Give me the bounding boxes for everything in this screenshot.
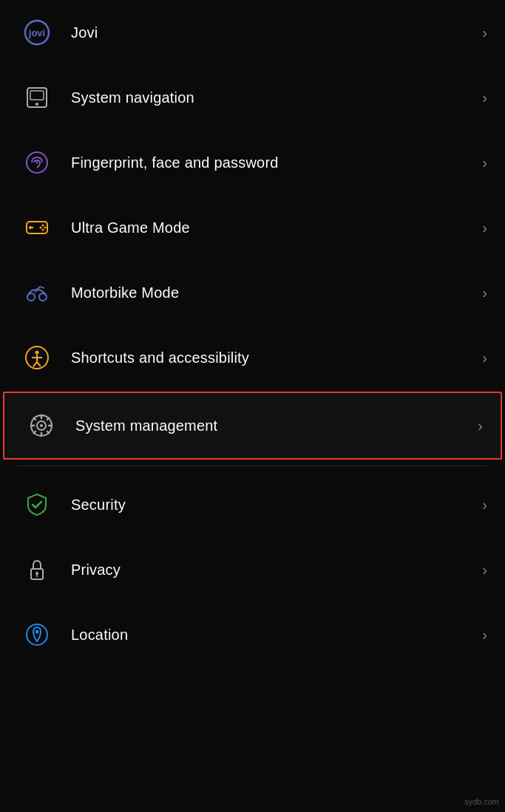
security-label: Security [71, 497, 476, 514]
sidebar-item-location[interactable]: Location › [0, 602, 505, 667]
accessibility-label: Shortcuts and accessibility [71, 349, 476, 366]
game-mode-icon [18, 208, 56, 247]
svg-line-31 [47, 431, 50, 434]
settings-list: jovi Jovi › System navigation › [0, 0, 505, 667]
svg-line-32 [47, 418, 50, 420]
svg-point-18 [35, 351, 39, 355]
location-icon [18, 615, 56, 654]
svg-line-22 [37, 362, 41, 366]
system-management-label: System management [75, 417, 472, 434]
system-management-chevron: › [478, 417, 483, 434]
privacy-icon [18, 550, 56, 589]
security-icon [18, 485, 56, 524]
game-mode-label: Ultra Game Mode [71, 219, 476, 236]
system-navigation-icon [18, 78, 56, 117]
settings-group-1: jovi Jovi › System navigation › [0, 0, 505, 460]
svg-point-25 [40, 424, 43, 427]
accessibility-chevron: › [482, 349, 487, 366]
motorbike-chevron: › [482, 284, 487, 301]
sidebar-item-accessibility[interactable]: Shortcuts and accessibility › [0, 325, 505, 390]
svg-text:jovi: jovi [28, 27, 45, 38]
svg-line-21 [33, 362, 37, 366]
watermark: sydb.com [464, 797, 499, 806]
motorbike-label: Motorbike Mode [71, 284, 476, 301]
system-management-icon [22, 406, 61, 445]
sidebar-item-system-management[interactable]: System management › [3, 392, 502, 460]
svg-rect-3 [30, 91, 44, 100]
svg-line-33 [34, 431, 36, 434]
system-navigation-chevron: › [482, 89, 487, 106]
svg-line-30 [34, 418, 36, 420]
svg-point-11 [42, 225, 44, 227]
fingerprint-label: Fingerprint, face and password [71, 154, 476, 171]
svg-point-16 [39, 293, 47, 301]
privacy-chevron: › [482, 562, 487, 579]
privacy-label: Privacy [71, 562, 476, 579]
fingerprint-icon [18, 143, 56, 182]
jovi-icon: jovi [18, 13, 56, 52]
sidebar-item-system-navigation[interactable]: System navigation › [0, 65, 505, 130]
sidebar-item-game-mode[interactable]: Ultra Game Mode › [0, 195, 505, 260]
svg-point-13 [42, 229, 44, 231]
sidebar-item-fingerprint[interactable]: Fingerprint, face and password › [0, 130, 505, 195]
svg-point-14 [44, 227, 47, 229]
accessibility-icon [18, 338, 56, 377]
location-chevron: › [482, 627, 487, 644]
svg-point-6 [36, 162, 38, 164]
sidebar-item-security[interactable]: Security › [0, 472, 505, 537]
sidebar-item-jovi[interactable]: jovi Jovi › [0, 0, 505, 65]
system-navigation-label: System navigation [71, 89, 476, 106]
sidebar-item-privacy[interactable]: Privacy › [0, 537, 505, 602]
jovi-chevron: › [482, 24, 487, 41]
settings-group-2: Security › Privacy › [0, 472, 505, 667]
fingerprint-chevron: › [482, 154, 487, 171]
svg-point-4 [35, 103, 38, 106]
svg-point-38 [35, 630, 39, 634]
svg-point-12 [40, 227, 42, 229]
jovi-label: Jovi [71, 24, 476, 41]
svg-point-35 [35, 572, 38, 575]
svg-point-15 [27, 293, 35, 301]
section-divider [18, 465, 487, 466]
motorbike-icon [18, 273, 56, 312]
game-mode-chevron: › [482, 219, 487, 236]
location-label: Location [71, 627, 476, 644]
security-chevron: › [482, 497, 487, 514]
sidebar-item-motorbike[interactable]: Motorbike Mode › [0, 260, 505, 325]
